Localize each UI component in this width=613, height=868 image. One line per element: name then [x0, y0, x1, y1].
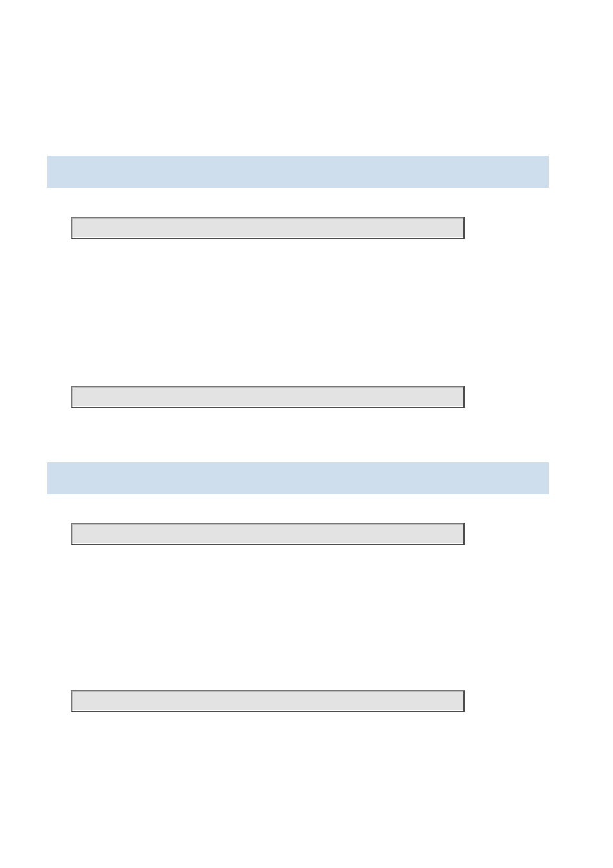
section-header-2 — [47, 462, 549, 494]
input-field-2b[interactable] — [71, 690, 465, 712]
document-page — [0, 0, 613, 868]
input-field-1a[interactable] — [71, 217, 465, 239]
section-header-1 — [47, 156, 549, 188]
input-field-2a[interactable] — [71, 523, 465, 545]
input-field-1b[interactable] — [71, 386, 465, 408]
